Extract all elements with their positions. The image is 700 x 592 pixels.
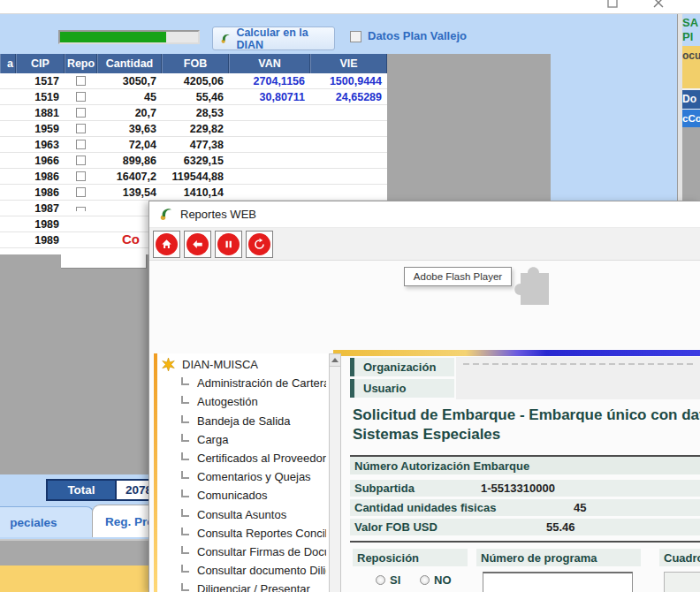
total-label: Total (46, 479, 117, 501)
menu-item-comentarios-quejas[interactable]: Comentarios y Quejas (160, 467, 326, 486)
repo-checkbox[interactable] (76, 187, 86, 197)
menu-item-autogestion[interactable]: Autogestión (160, 392, 326, 411)
radio-si-option[interactable]: SI (376, 573, 400, 587)
menu-root-dian-muisca[interactable]: DIAN-MUISCA (160, 355, 326, 374)
repo-checkbox[interactable] (76, 108, 86, 118)
tree-connector-icon (181, 434, 189, 442)
pause-icon (217, 233, 240, 255)
maximize-icon[interactable] (606, 0, 619, 9)
repo-checkbox[interactable] (76, 92, 86, 102)
dian-leaf-icon (219, 32, 232, 45)
table-row[interactable]: 196372,04477,38 (0, 137, 387, 153)
repo-checkbox[interactable] (76, 124, 86, 133)
menu-item-consultar-firmas[interactable]: Consultar Firmas de Docume (160, 543, 326, 561)
cuadro-header: Cuadro (659, 549, 700, 566)
col-header-vie[interactable]: VIE (310, 54, 387, 73)
fragment-docu: ocu (682, 46, 700, 88)
tab-especiales[interactable]: peciales (0, 506, 94, 537)
fragment-sa: SA (682, 16, 700, 30)
col-header-repo[interactable]: Repo (65, 54, 97, 73)
table-row[interactable]: 1966899,866329,15 (0, 153, 387, 169)
section-divider (350, 541, 700, 543)
sun-icon (162, 358, 175, 371)
home-button[interactable] (153, 231, 180, 258)
breadcrumb-area (456, 357, 700, 399)
radio-no-label: NO (434, 573, 452, 587)
scroll-up-icon (331, 358, 339, 362)
menu-item-consulta-reportes[interactable]: Consulta Reportes Conciliaci (160, 524, 326, 543)
col-header-fob[interactable]: FOB (162, 54, 229, 73)
pause-button[interactable] (215, 231, 242, 258)
menu-item-consultar-documento[interactable]: Consultar documento Diligen (160, 561, 326, 580)
dashed-line (463, 363, 693, 365)
tab-usuario[interactable]: Usuario (350, 379, 454, 398)
menu-item-carga[interactable]: Carga (160, 430, 326, 449)
tree-connector-icon (181, 546, 189, 554)
menu-tree: DIAN-MUISCA Administración de Cartera Au… (160, 355, 326, 592)
fragment-do[interactable]: Do (682, 90, 700, 109)
calcular-dian-label: Calcular en la DIAN (236, 27, 334, 51)
tree-connector-icon (181, 565, 189, 573)
tree-connector-icon (181, 490, 189, 497)
fragment-gray (682, 127, 700, 201)
tree-connector-icon (181, 509, 189, 517)
col-header-cip[interactable]: CIP (16, 54, 65, 73)
field-row-subpartida: Subpartida 1-5513310000 (350, 480, 700, 497)
field-row-cantidad: Cantidad unidades fisicas 45 (350, 499, 700, 516)
back-button[interactable] (184, 231, 211, 258)
back-arrow-icon (186, 233, 209, 255)
home-icon (156, 233, 178, 255)
refresh-button[interactable] (246, 231, 273, 258)
reportes-titlebar[interactable]: Reportes WEB (149, 201, 700, 228)
radio-no-option[interactable]: NO (420, 573, 452, 587)
table-row[interactable]: 198616407,2119544,88 (0, 169, 387, 185)
progress-bar (58, 30, 200, 44)
flash-player-tooltip: Adobe Flash Player (404, 267, 512, 286)
repo-checkbox[interactable] (76, 140, 86, 149)
menu-accent-strip (154, 353, 157, 592)
fragment-cco[interactable]: cCo (682, 110, 700, 127)
numero-programa-input[interactable] (483, 572, 633, 592)
datos-plan-vallejo-label: Datos Plan Vallejo (368, 29, 467, 42)
reportes-web-window: Reportes WEB Adobe Flash Player (148, 201, 700, 592)
cuadro-field[interactable] (664, 572, 700, 592)
menu-item-administracion-cartera[interactable]: Administración de Cartera (160, 374, 326, 392)
tree-connector-icon (181, 377, 189, 385)
menu-item-comunicados[interactable]: Comunicados (160, 486, 326, 505)
col-header-van[interactable]: VAN (229, 54, 310, 73)
repo-checkbox[interactable] (76, 76, 86, 86)
radio-si[interactable] (376, 575, 385, 585)
menu-item-diligenciar-presentar[interactable]: Diligenciar / Presentar (160, 580, 326, 592)
progress-bar-fill (60, 32, 166, 42)
tree-connector-icon (181, 583, 189, 591)
table-row[interactable]: 1986139,541410,14 (0, 185, 387, 201)
tree-connector-icon (181, 527, 189, 535)
menu-root-label: DIAN-MUISCA (182, 358, 258, 371)
reportes-toolbar (149, 228, 700, 261)
dian-logo-icon (158, 207, 173, 222)
tab-organizacion[interactable]: Organización (350, 358, 454, 376)
calcular-dian-button[interactable]: Calcular en la DIAN (212, 27, 335, 50)
menu-item-bandeja-salida[interactable]: Bandeja de Salida (160, 412, 326, 430)
menu-item-certificados-proveedor[interactable]: Certificados al Proveedor (160, 449, 326, 467)
repo-checkbox[interactable] (76, 156, 86, 165)
scroll-up-button[interactable] (330, 354, 340, 367)
fragment-sa-pl: SA Pl (682, 14, 700, 46)
puzzle-plugin-icon[interactable] (506, 262, 552, 310)
radio-no[interactable] (420, 575, 430, 585)
menu-item-consulta-asuntos[interactable]: Consulta Asuntos (160, 505, 326, 524)
close-icon[interactable] (651, 0, 666, 10)
col-header-a[interactable]: a (0, 54, 16, 73)
repo-checkbox[interactable] (76, 171, 86, 181)
field-value-fob: 55.46 (546, 519, 575, 535)
table-row[interactable]: 188120,728,53 (0, 105, 387, 121)
table-row[interactable]: 15194555,4630,8071124,65289 (0, 89, 387, 105)
menu-scrollbar[interactable] (329, 353, 341, 592)
table-header: a CIP Repo Cantidad FOB VAN VIE (0, 54, 387, 73)
numero-programa-header: Número de programa (476, 549, 641, 566)
repo-checkbox[interactable] (76, 207, 86, 211)
col-header-cantidad[interactable]: Cantidad (97, 54, 162, 73)
table-row[interactable]: 195939,63229,82 (0, 121, 387, 137)
table-row[interactable]: 15173050,74205,062704,11561500,9444 (0, 73, 387, 89)
datos-plan-vallejo-checkbox[interactable] (350, 31, 361, 42)
